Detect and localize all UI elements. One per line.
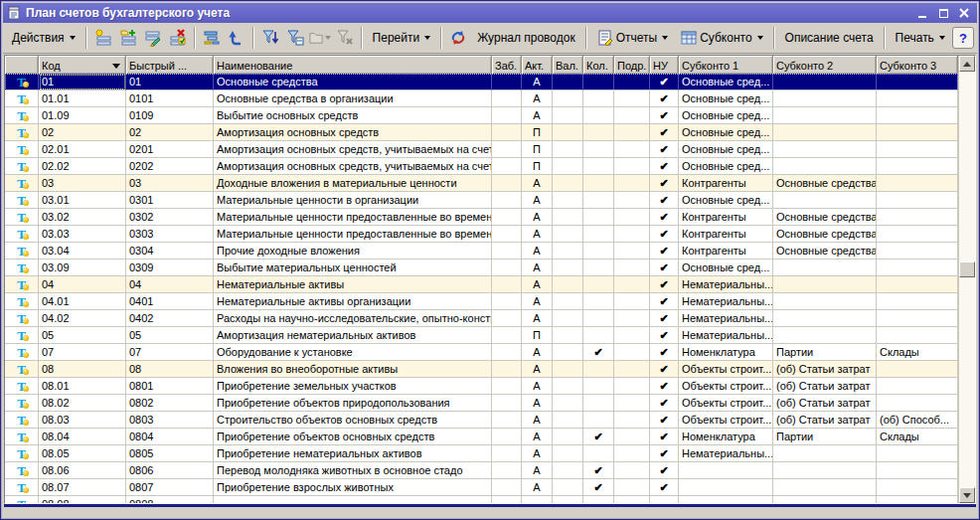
filter-history-button[interactable] <box>308 26 332 50</box>
scrollbar-thumb[interactable] <box>959 261 975 277</box>
account-icon: T <box>5 395 39 412</box>
table-row[interactable]: T08.050805Приобретение нематериальных ак… <box>5 445 958 462</box>
parent-level-button[interactable] <box>225 26 248 50</box>
column-header-podr[interactable]: Подр. <box>614 56 650 74</box>
table-row[interactable]: T08.030803Строительство объектов основны… <box>5 412 958 429</box>
table-row[interactable]: T0808Вложения во внеоборотные активыА✔Об… <box>5 361 958 378</box>
column-header-s2[interactable]: Субконто 2 <box>773 56 877 74</box>
sort-settings-button[interactable] <box>258 26 282 50</box>
account-description-button[interactable]: Описание счета <box>779 26 880 50</box>
table-row[interactable]: T08.060806Перевод молодняка животных в о… <box>5 462 958 479</box>
cell-kol: ✔ <box>583 479 614 496</box>
cell-s1: Номенклатура <box>679 344 773 361</box>
refresh-button[interactable] <box>446 26 470 50</box>
table-row[interactable]: T08.070807Приобретение взрослых животных… <box>5 479 958 496</box>
minimize-button[interactable] <box>913 6 931 21</box>
table-row[interactable]: T02.020202Амортизация основных средств, … <box>5 158 958 175</box>
table-row[interactable]: T08.010801Приобретение земельных участко… <box>5 378 958 395</box>
cell-code: 08.03 <box>39 412 126 429</box>
table-row[interactable]: T03.090309Выбытие материальных ценностей… <box>5 260 958 276</box>
table-row[interactable]: T01.010101Основные средства в организаци… <box>5 90 958 107</box>
cell-zab <box>492 175 522 192</box>
cell-nu: ✔ <box>650 158 679 175</box>
filter-by-value-button[interactable] <box>283 26 307 50</box>
table-row[interactable]: T0505Амортизация нематериальных активовП… <box>5 327 958 344</box>
table-row[interactable]: T01.090109Выбытие основных средствА✔Осно… <box>5 107 958 124</box>
cell-val <box>553 445 583 462</box>
table-row[interactable]: T0202Амортизация основных средствП✔Основ… <box>5 124 958 141</box>
column-header-act[interactable]: Акт. <box>522 56 553 74</box>
table-row[interactable]: T08.020802Приобретение объектов природоп… <box>5 395 958 412</box>
table-row[interactable]: T03.020302Материальные ценности предоста… <box>5 209 958 226</box>
column-header-quick[interactable]: Быстрый ... <box>126 56 214 74</box>
cell-zab <box>492 124 522 141</box>
reports-menu-button[interactable]: Отчеты <box>591 26 674 50</box>
cell-s2 <box>773 90 877 107</box>
table-row[interactable]: T08.040804Приобретение объектов основных… <box>5 429 958 445</box>
account-icon: T <box>5 293 39 310</box>
table-row[interactable]: T04.020402Расходы на научно-исследовател… <box>5 310 958 327</box>
print-menu-button[interactable]: Печать <box>890 26 951 50</box>
account-dot-icon <box>23 200 29 206</box>
cell-nu: ✔ <box>650 124 679 141</box>
cell-zab <box>492 158 522 175</box>
sort-descending-icon[interactable] <box>112 64 120 69</box>
table-row[interactable]: T08.080808 <box>5 496 958 503</box>
table-row[interactable]: T04.010401Нематериальные активы организа… <box>5 293 958 310</box>
cell-act: П <box>522 327 553 344</box>
column-header-code[interactable]: Код <box>39 56 126 74</box>
delete-button[interactable] <box>166 26 190 50</box>
cell-s3: (об) Способ... <box>877 412 958 429</box>
table-row[interactable]: T03.030303Материальные ценности предоста… <box>5 226 958 243</box>
cell-podr <box>614 462 650 479</box>
edit-button[interactable] <box>141 26 165 50</box>
column-header-val[interactable]: Вал. <box>553 56 583 74</box>
cell-s1: Основные сред... <box>679 141 773 158</box>
table-row[interactable]: T0303Доходные вложения в материальные це… <box>5 175 958 192</box>
account-icon: T <box>5 310 39 327</box>
help-button[interactable]: ? <box>952 27 974 49</box>
cell-s1: Основные сред... <box>679 158 773 175</box>
subconto-menu-button[interactable]: Субконто <box>675 26 768 50</box>
cell-podr <box>614 496 650 503</box>
goto-menu-button[interactable]: Перейти <box>367 26 437 50</box>
toolbar-separator <box>252 27 254 49</box>
column-header-zab[interactable]: Заб. <box>492 56 522 74</box>
scroll-down-button[interactable] <box>959 487 975 503</box>
table-row[interactable]: T0404Нематериальные активыА✔Нематериальн… <box>5 276 958 293</box>
cell-s2: (об) Статьи затрат <box>773 378 877 395</box>
table-row[interactable]: T03.010301Материальные ценности в органи… <box>5 192 958 209</box>
help-icon: ? <box>959 31 967 46</box>
cell-nu: ✔ <box>650 209 679 226</box>
clear-filter-button[interactable] <box>333 26 357 50</box>
column-header-icon[interactable] <box>5 56 39 74</box>
cell-podr <box>614 158 650 175</box>
table-row[interactable]: T0101Основные средстваА✔Основные сред... <box>5 74 958 90</box>
table-row[interactable]: T0707Оборудование к установкеА✔✔Номенкла… <box>5 344 958 361</box>
add-group-button[interactable] <box>116 26 140 50</box>
cell-podr <box>614 378 650 395</box>
maximize-button[interactable] <box>934 6 952 21</box>
table-row[interactable]: T02.010201Амортизация основных средств, … <box>5 141 958 158</box>
vertical-scrollbar[interactable] <box>958 56 975 503</box>
account-icon: T <box>5 209 39 226</box>
account-dot-icon <box>23 386 29 392</box>
account-dot-icon <box>23 234 29 240</box>
cell-kol <box>583 361 614 378</box>
column-header-nu[interactable]: НУ <box>650 56 679 74</box>
table-row[interactable]: T03.040304Прочие доходные вложенияА✔Конт… <box>5 243 958 260</box>
cell-s1: Контрагенты <box>679 243 773 260</box>
actions-menu-button[interactable]: Действия <box>6 26 82 50</box>
hierarchy-view-button[interactable] <box>200 26 224 50</box>
column-header-s3[interactable]: Субконто 3 <box>877 56 958 74</box>
cell-val <box>553 395 583 412</box>
scroll-up-button[interactable] <box>959 56 975 72</box>
add-button[interactable] <box>91 26 115 50</box>
column-header-s1[interactable]: Субконто 1 <box>679 56 773 74</box>
column-header-kol[interactable]: Кол. <box>583 56 614 74</box>
column-header-name[interactable]: Наименование <box>214 56 492 74</box>
journal-button[interactable]: Журнал проводок <box>471 26 581 50</box>
account-icon: T <box>5 361 39 378</box>
journal-button-label: Журнал проводок <box>477 31 575 45</box>
close-button[interactable] <box>955 6 973 21</box>
